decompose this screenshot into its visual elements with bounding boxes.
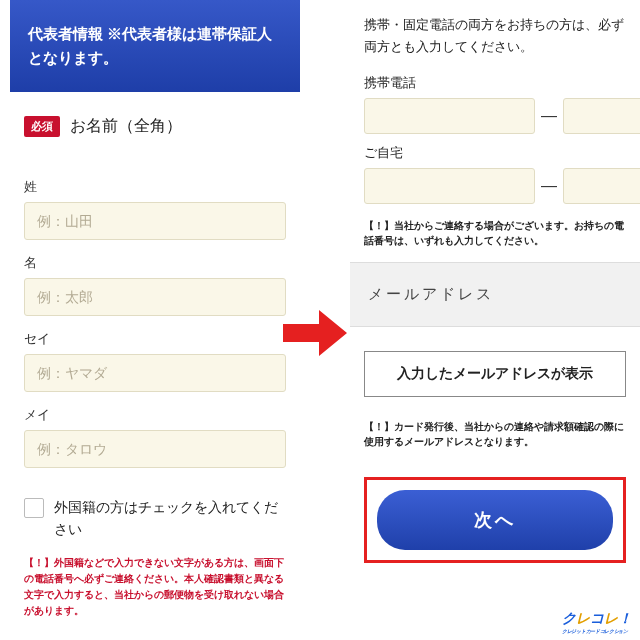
foreign-warning: 【！】外国籍などで入力できない文字がある方は、画面下の電話番号へ必ずご連絡くださ… [10,549,300,633]
home-phone-row: — — [350,168,640,204]
phone-note: 携帯・固定電話の両方をお持ちの方は、必ず両方とも入力してください。 [350,0,640,64]
phone-warning: 【！】当社からご連絡する場合がございます。お持ちの電話番号は、いずれも入力してく… [350,204,640,262]
mobile-label: 携帯電話 [350,64,640,98]
input-mei[interactable] [24,278,286,316]
site-logo: クレコレ！ クレジットカードコレクション [562,610,632,634]
foreign-checkbox-label: 外国籍の方はチェックを入れてください [54,496,286,541]
section-title-text: お名前（全角） [70,116,182,137]
next-button[interactable]: 次へ [377,490,613,550]
mobile-part2[interactable] [563,98,640,134]
panel-header: 代表者情報 ※代表者様は連帯保証人となります。 [10,0,300,92]
logo-sub: クレジットカードコレクション [562,628,632,634]
next-button-highlight: 次へ [364,477,626,563]
required-badge: 必須 [24,116,60,137]
email-warning: 【！】カード発行後、当社からの連絡や請求額確認の際に使用するメールアドレスとなり… [350,405,640,463]
label-sei: 姓 [24,178,286,196]
home-part2[interactable] [563,168,640,204]
mobile-part1[interactable] [364,98,535,134]
mobile-phone-row: — — [350,98,640,134]
dash-icon: — [541,107,557,125]
name-section-title: 必須 お名前（全角） [10,92,300,156]
input-sei[interactable] [24,202,286,240]
email-display-box: 入力したメールアドレスが表示 [364,351,626,397]
input-meikana[interactable] [24,430,286,468]
arrow-right-icon [283,308,347,358]
label-mei: 名 [24,254,286,272]
label-meikana: メイ [24,406,286,424]
foreign-checkbox-row[interactable]: 外国籍の方はチェックを入れてください [10,480,300,549]
right-panel: 携帯・固定電話の両方をお持ちの方は、必ず両方とも入力してください。 携帯電話 —… [350,0,640,640]
email-section-header: メールアドレス [350,262,640,327]
home-label: ご自宅 [350,134,640,168]
dash-icon: — [541,177,557,195]
logo-main: クレコレ！ [562,610,632,628]
input-seikana[interactable] [24,354,286,392]
foreign-checkbox[interactable] [24,498,44,518]
label-seikana: セイ [24,330,286,348]
left-panel: 代表者情報 ※代表者様は連帯保証人となります。 必須 お名前（全角） 姓 名 セ… [10,0,300,640]
home-part1[interactable] [364,168,535,204]
